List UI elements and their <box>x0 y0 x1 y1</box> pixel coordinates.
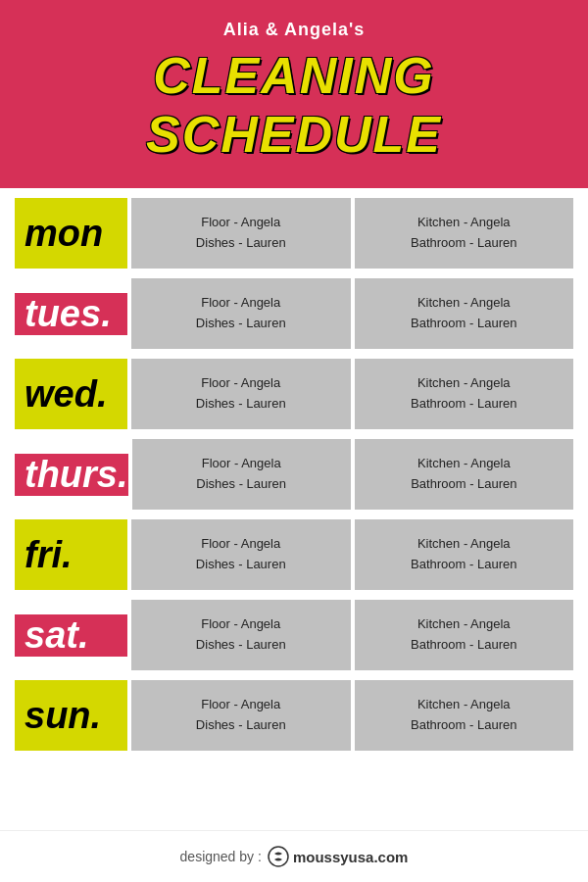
day-row-mon: monFloor - AngelaDishes - LaurenKitchen … <box>15 198 573 269</box>
header: Alia & Angela's CLEANING SCHEDULE <box>0 0 588 188</box>
task1-line1-mon: Floor - Angela <box>201 213 280 233</box>
day-text-wed: wed. <box>24 373 107 416</box>
day-text-tues: tues. <box>24 293 112 335</box>
header-subtitle: Alia & Angela's <box>10 20 578 40</box>
tasks-thurs: Floor - AngelaDishes - LaurenKitchen - A… <box>132 439 573 510</box>
task2-line2-sun: Bathroom - Lauren <box>411 715 516 736</box>
task1-line1-sat: Floor - Angela <box>201 614 280 635</box>
task-block-1-mon: Floor - AngelaDishes - Lauren <box>131 198 351 269</box>
task2-line2-tues: Bathroom - Lauren <box>411 314 516 334</box>
task1-line2-sun: Dishes - Lauren <box>196 715 286 736</box>
day-row-sun: sun.Floor - AngelaDishes - LaurenKitchen… <box>15 680 573 751</box>
footer-logo: moussyusa.com <box>268 846 409 867</box>
task1-line2-wed: Dishes - Lauren <box>196 394 286 415</box>
moussy-icon <box>268 846 289 867</box>
task2-line1-sun: Kitchen - Angela <box>417 695 511 715</box>
task1-line2-tues: Dishes - Lauren <box>196 314 286 334</box>
day-label-sat: sat. <box>15 614 127 657</box>
task2-line1-sat: Kitchen - Angela <box>417 614 511 635</box>
task1-line1-thurs: Floor - Angela <box>202 454 281 474</box>
day-text-thurs: thurs. <box>24 454 128 496</box>
task2-line2-sat: Bathroom - Lauren <box>411 635 516 656</box>
task2-line2-fri: Bathroom - Lauren <box>411 555 516 575</box>
task-block-1-fri: Floor - AngelaDishes - Lauren <box>131 519 351 590</box>
svg-point-0 <box>269 847 288 866</box>
task2-line1-tues: Kitchen - Angela <box>417 293 511 314</box>
task-block-1-thurs: Floor - AngelaDishes - Lauren <box>132 439 351 510</box>
task-block-1-sat: Floor - AngelaDishes - Lauren <box>131 600 351 670</box>
day-row-thurs: thurs.Floor - AngelaDishes - LaurenKitch… <box>15 439 573 510</box>
task-block-2-mon: Kitchen - AngelaBathroom - Lauren <box>355 198 574 269</box>
day-text-sun: sun. <box>24 695 101 737</box>
task2-line1-thurs: Kitchen - Angela <box>417 454 511 474</box>
day-label-sun: sun. <box>15 680 127 751</box>
day-label-tues: tues. <box>15 293 127 335</box>
day-row-tues: tues.Floor - AngelaDishes - LaurenKitche… <box>15 278 573 349</box>
task2-line2-mon: Bathroom - Lauren <box>411 233 516 254</box>
task2-line1-fri: Kitchen - Angela <box>417 534 511 555</box>
task-block-1-tues: Floor - AngelaDishes - Lauren <box>131 278 351 349</box>
task-block-2-fri: Kitchen - AngelaBathroom - Lauren <box>355 519 574 590</box>
task1-line1-tues: Floor - Angela <box>201 293 280 314</box>
task2-line1-wed: Kitchen - Angela <box>417 373 511 394</box>
task-block-2-thurs: Kitchen - AngelaBathroom - Lauren <box>355 439 573 510</box>
task1-line2-sat: Dishes - Lauren <box>196 635 286 656</box>
tasks-sat: Floor - AngelaDishes - LaurenKitchen - A… <box>131 600 573 670</box>
task2-line1-mon: Kitchen - Angela <box>417 213 511 233</box>
day-text-mon: mon <box>24 213 103 255</box>
tasks-wed: Floor - AngelaDishes - LaurenKitchen - A… <box>131 359 573 429</box>
tasks-tues: Floor - AngelaDishes - LaurenKitchen - A… <box>131 278 573 349</box>
schedule-container: monFloor - AngelaDishes - LaurenKitchen … <box>0 188 588 830</box>
day-row-wed: wed.Floor - AngelaDishes - LaurenKitchen… <box>15 359 573 429</box>
day-label-mon: mon <box>15 198 127 269</box>
day-row-fri: fri.Floor - AngelaDishes - LaurenKitchen… <box>15 519 573 590</box>
tasks-fri: Floor - AngelaDishes - LaurenKitchen - A… <box>131 519 573 590</box>
task1-line2-fri: Dishes - Lauren <box>196 555 286 575</box>
header-title: CLEANING SCHEDULE <box>10 46 578 164</box>
task-block-1-sun: Floor - AngelaDishes - Lauren <box>131 680 351 751</box>
tasks-mon: Floor - AngelaDishes - LaurenKitchen - A… <box>131 198 573 269</box>
day-label-thurs: thurs. <box>15 454 128 496</box>
task1-line2-mon: Dishes - Lauren <box>196 233 286 254</box>
task-block-1-wed: Floor - AngelaDishes - Lauren <box>131 359 351 429</box>
task1-line1-wed: Floor - Angela <box>201 373 280 394</box>
day-label-fri: fri. <box>15 519 127 590</box>
task2-line2-thurs: Bathroom - Lauren <box>411 474 516 495</box>
tasks-sun: Floor - AngelaDishes - LaurenKitchen - A… <box>131 680 573 751</box>
task1-line2-thurs: Dishes - Lauren <box>196 474 286 495</box>
footer: designed by : moussyusa.com <box>0 830 588 882</box>
day-row-sat: sat.Floor - AngelaDishes - LaurenKitchen… <box>15 600 573 670</box>
task1-line1-fri: Floor - Angela <box>201 534 280 555</box>
task-block-2-wed: Kitchen - AngelaBathroom - Lauren <box>355 359 574 429</box>
day-text-fri: fri. <box>24 534 73 576</box>
task2-line2-wed: Bathroom - Lauren <box>411 394 516 415</box>
task1-line1-sun: Floor - Angela <box>201 695 280 715</box>
task-block-2-tues: Kitchen - AngelaBathroom - Lauren <box>355 278 574 349</box>
footer-designed-by: designed by : <box>180 849 262 864</box>
task-block-2-sun: Kitchen - AngelaBathroom - Lauren <box>355 680 574 751</box>
day-text-sat: sat. <box>24 614 88 657</box>
footer-brand: moussyusa.com <box>293 849 409 865</box>
task-block-2-sat: Kitchen - AngelaBathroom - Lauren <box>355 600 574 670</box>
day-label-wed: wed. <box>15 359 127 429</box>
